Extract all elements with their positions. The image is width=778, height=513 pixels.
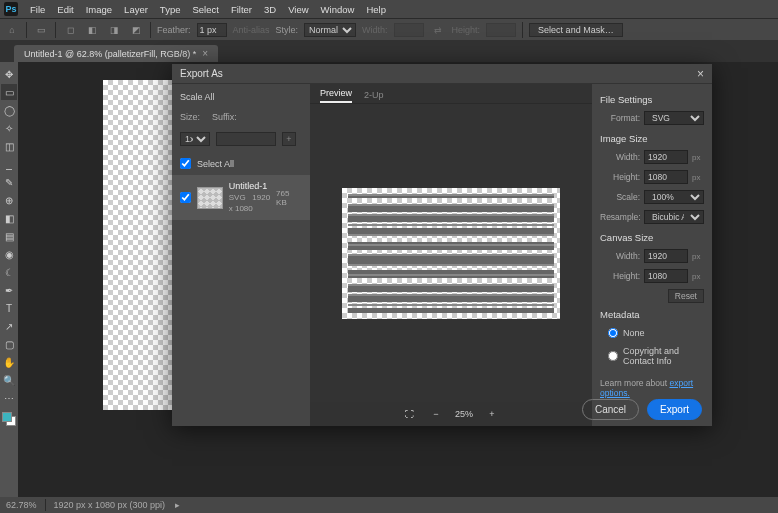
select-all-checkbox[interactable] <box>180 158 191 169</box>
path-tool-icon[interactable]: ↗ <box>1 318 17 334</box>
asset-checkbox[interactable] <box>180 192 191 203</box>
fit-icon[interactable]: ⛶ <box>403 407 417 421</box>
format-select[interactable]: SVG <box>644 111 704 125</box>
menu-select[interactable]: Select <box>186 4 224 15</box>
metadata-contact-radio[interactable] <box>608 351 618 361</box>
width-input <box>394 23 424 37</box>
selection-add-icon[interactable]: ◧ <box>84 22 100 38</box>
hand-tool-icon[interactable]: ✋ <box>1 354 17 370</box>
export-left-panel: Scale All Size: Suffix: 1x + Select All … <box>172 84 310 426</box>
metadata-none-label: None <box>623 328 645 338</box>
file-settings-heading: File Settings <box>600 94 704 105</box>
menu-filter[interactable]: Filter <box>225 4 258 15</box>
asset-name: Untitled-1 <box>229 181 270 192</box>
shape-tool-icon[interactable]: ▢ <box>1 336 17 352</box>
export-button[interactable]: Export <box>647 399 702 420</box>
magic-wand-tool-icon[interactable]: ✧ <box>1 120 17 136</box>
chevron-right-icon[interactable]: ▸ <box>175 500 180 510</box>
eyedropper-tool-icon[interactable]: ⎯ <box>1 156 17 172</box>
gradient-tool-icon[interactable]: ▤ <box>1 228 17 244</box>
canvas-width-input[interactable] <box>644 249 688 263</box>
img-height-input[interactable] <box>644 170 688 184</box>
document-dimensions[interactable]: 1920 px x 1080 px (300 ppi) <box>54 500 166 510</box>
metadata-heading: Metadata <box>600 309 704 320</box>
px-unit: px <box>692 252 700 261</box>
zoom-tool-icon[interactable]: 🔍 <box>1 372 17 388</box>
suffix-input[interactable] <box>216 132 276 146</box>
menu-3d[interactable]: 3D <box>258 4 282 15</box>
blur-tool-icon[interactable]: ◉ <box>1 246 17 262</box>
more-tools-icon[interactable]: ⋯ <box>1 390 17 406</box>
marquee-tool-icon[interactable]: ▭ <box>33 22 49 38</box>
export-preview-panel: Preview 2-Up ⛶ − 25% + <box>310 84 592 426</box>
document-tab[interactable]: Untitled-1 @ 62.8% (palletizerFill, RGB/… <box>14 45 218 62</box>
preview-zoom-level[interactable]: 25% <box>455 409 473 419</box>
img-width-label: Width: <box>600 152 640 162</box>
height-label: Height: <box>452 25 481 35</box>
pen-tool-icon[interactable]: ✒ <box>1 282 17 298</box>
style-label: Style: <box>276 25 299 35</box>
selection-new-icon[interactable]: ◻ <box>62 22 78 38</box>
image-size-heading: Image Size <box>600 133 704 144</box>
dialog-title-text: Export As <box>180 68 223 79</box>
add-size-button[interactable]: + <box>282 132 296 146</box>
asset-thumbnail <box>197 187 223 209</box>
style-select[interactable]: Normal <box>304 23 356 37</box>
preview-image <box>342 188 560 319</box>
options-bar: ⌂ ▭ ◻ ◧ ◨ ◩ Feather: Anti-alias Style: N… <box>0 18 778 40</box>
resample-select[interactable]: Bicubic Auto… <box>644 210 704 224</box>
crop-tool-icon[interactable]: ◫ <box>1 138 17 154</box>
size-select[interactable]: 1x <box>180 132 210 146</box>
feather-input[interactable] <box>197 23 227 37</box>
px-unit: px <box>692 272 700 281</box>
select-and-mask-button[interactable]: Select and Mask… <box>529 23 623 37</box>
color-swatch[interactable] <box>2 412 16 426</box>
home-icon[interactable]: ⌂ <box>4 22 20 38</box>
close-icon[interactable]: × <box>697 67 704 81</box>
asset-item[interactable]: Untitled-1 SVG 1920 x 1080 765 KB <box>172 175 310 220</box>
stamp-tool-icon[interactable]: ⊕ <box>1 192 17 208</box>
menu-window[interactable]: Window <box>315 4 361 15</box>
dialog-titlebar: Export As × <box>172 64 712 84</box>
img-width-input[interactable] <box>644 150 688 164</box>
menu-edit[interactable]: Edit <box>51 4 79 15</box>
move-tool-icon[interactable]: ✥ <box>1 66 17 82</box>
tab-2up[interactable]: 2-Up <box>364 90 384 103</box>
close-icon[interactable]: × <box>202 48 208 59</box>
width-label: Width: <box>362 25 388 35</box>
reset-button[interactable]: Reset <box>668 289 704 303</box>
resample-label: Resample: <box>600 212 640 222</box>
menu-help[interactable]: Help <box>360 4 392 15</box>
tab-preview[interactable]: Preview <box>320 88 352 103</box>
menu-file[interactable]: File <box>24 4 51 15</box>
metadata-none-radio[interactable] <box>608 328 618 338</box>
menu-type[interactable]: Type <box>154 4 187 15</box>
selection-subtract-icon[interactable]: ◨ <box>106 22 122 38</box>
menu-view[interactable]: View <box>282 4 314 15</box>
scale-select[interactable]: 100% <box>644 190 704 204</box>
img-height-label: Height: <box>600 172 640 182</box>
asset-filesize: 765 KB <box>276 189 302 207</box>
select-all-label: Select All <box>197 159 234 169</box>
preview-viewport[interactable] <box>310 104 592 402</box>
export-as-dialog: Export As × Scale All Size: Suffix: 1x +… <box>172 64 712 426</box>
lasso-tool-icon[interactable]: ◯ <box>1 102 17 118</box>
menu-bar: Ps File Edit Image Layer Type Select Fil… <box>0 0 778 18</box>
brush-tool-icon[interactable]: ✎ <box>1 174 17 190</box>
type-tool-icon[interactable]: T <box>1 300 17 316</box>
marquee-tool-icon[interactable]: ▭ <box>1 84 17 100</box>
selection-intersect-icon[interactable]: ◩ <box>128 22 144 38</box>
foreground-color[interactable] <box>2 412 12 422</box>
height-input <box>486 23 516 37</box>
cancel-button[interactable]: Cancel <box>582 399 639 420</box>
size-label: Size: <box>180 112 206 122</box>
eraser-tool-icon[interactable]: ◧ <box>1 210 17 226</box>
canvas-height-input[interactable] <box>644 269 688 283</box>
zoom-level[interactable]: 62.78% <box>6 500 37 510</box>
zoom-in-icon[interactable]: + <box>485 407 499 421</box>
zoom-out-icon[interactable]: − <box>429 407 443 421</box>
canvas-size-heading: Canvas Size <box>600 232 704 243</box>
menu-layer[interactable]: Layer <box>118 4 154 15</box>
dodge-tool-icon[interactable]: ☾ <box>1 264 17 280</box>
menu-image[interactable]: Image <box>80 4 118 15</box>
